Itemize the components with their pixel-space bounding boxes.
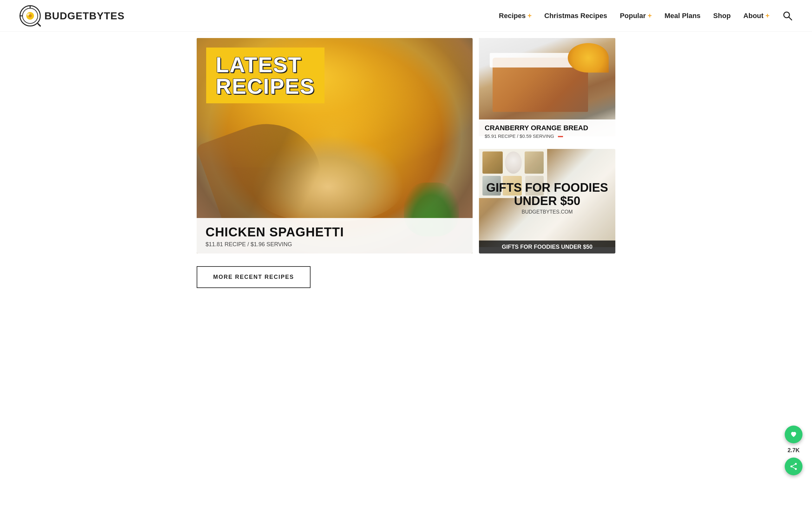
more-recipes-section: MORE RECENT RECIPES [197,266,615,288]
svg-point-4 [29,14,32,17]
recipes-plus-icon: + [527,12,531,20]
nav-item-christmas[interactable]: Christmas Recipes [544,12,607,20]
price-badge [558,136,563,137]
gifts-ad-image: GIFTS FOR FOODIES UNDER $50 BUDGETBYTES.… [479,149,615,247]
hero-grid: LATEST RECIPES CHICKEN SPAGHETTI $11.81 … [197,38,615,253]
cranberry-bread-price: $5.91 RECIPE / $0.59 SERVING [485,133,610,139]
hero-main-title: CHICKEN SPAGHETTI [206,225,464,239]
search-button[interactable] [782,10,793,21]
gifts-ad-card[interactable]: GIFTS FOR FOODIES UNDER $50 BUDGETBYTES.… [479,149,615,253]
logo[interactable]: BUDGETBYTES [19,5,125,27]
gifts-ad-caption: GIFTS FOR FOODIES UNDER $50 [479,240,615,253]
cranberry-bread-card[interactable]: CRANBERRY ORANGE BREAD $5.91 RECIPE / $0… [479,38,615,143]
popular-plus-icon: + [648,12,652,20]
latest-recipes-badge: LATEST RECIPES [206,48,324,103]
main-content: LATEST RECIPES CHICKEN SPAGHETTI $11.81 … [184,38,628,288]
nav-item-shop[interactable]: Shop [713,12,731,20]
hero-right-column: CRANBERRY ORANGE BREAD $5.91 RECIPE / $0… [479,38,615,253]
svg-line-9 [789,17,792,20]
more-recent-recipes-button[interactable]: MORE RECENT RECIPES [197,266,310,288]
logo-icon [19,5,41,27]
hero-main-recipe[interactable]: LATEST RECIPES CHICKEN SPAGHETTI $11.81 … [197,38,473,253]
latest-recipes-line2: RECIPES [216,75,315,97]
gifts-ad-main-text: GIFTS FOR FOODIES UNDER $50 [479,181,615,208]
gifts-ad-sub-text: BUDGETBYTES.COM [522,209,573,215]
about-plus-icon: + [765,12,769,20]
cranberry-bread-caption: CRANBERRY ORANGE BREAD $5.91 RECIPE / $0… [479,119,615,143]
logo-text: BUDGETBYTES [44,11,125,21]
nav-item-about[interactable]: About + [744,12,769,20]
nav-item-popular[interactable]: Popular + [620,12,652,20]
nav-item-meal-plans[interactable]: Meal Plans [664,12,701,20]
nav-item-recipes[interactable]: Recipes + [499,12,531,20]
hero-main-caption: CHICKEN SPAGHETTI $11.81 RECIPE / $1.96 … [197,218,473,253]
gifts-ad-overlay: GIFTS FOR FOODIES UNDER $50 BUDGETBYTES.… [479,149,615,247]
hero-main-price: $11.81 RECIPE / $1.96 SERVING [206,241,464,248]
svg-line-7 [38,24,40,26]
latest-recipes-line1: LATEST [216,54,315,75]
cranberry-bread-title: CRANBERRY ORANGE BREAD [485,124,610,132]
search-icon [782,10,793,21]
header: BUDGETBYTES Recipes + Christmas Recipes … [0,0,812,32]
main-nav: Recipes + Christmas Recipes Popular + Me… [499,10,793,21]
